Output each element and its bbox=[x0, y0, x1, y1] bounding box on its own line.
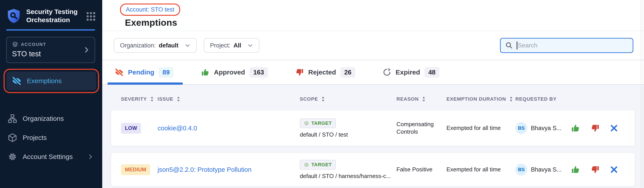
project-filter-value: All bbox=[234, 42, 241, 49]
sort-icon[interactable] bbox=[176, 96, 180, 102]
scope-type-badge: TARGET bbox=[300, 118, 336, 128]
breadcrumb[interactable]: Account: STO test bbox=[126, 6, 174, 13]
close-icon bbox=[610, 124, 618, 132]
requester-name: Bhavya S... bbox=[531, 125, 562, 132]
module-grid-icon[interactable] bbox=[85, 10, 96, 23]
column-header-severity: SEVERITY bbox=[121, 96, 158, 102]
tab-count-badge: 26 bbox=[340, 67, 355, 78]
reason-cell: False Positive bbox=[396, 166, 446, 173]
row-actions bbox=[570, 165, 635, 174]
column-header-exemption-duration: EXEMPTION DURATION bbox=[446, 96, 515, 102]
account-name: STO test bbox=[12, 50, 89, 58]
sort-icon[interactable] bbox=[509, 96, 513, 102]
sidebar: Security Testing Orchestration ACCOUNT S bbox=[0, 0, 102, 188]
cancel-button[interactable] bbox=[610, 124, 618, 132]
search-box bbox=[500, 38, 633, 53]
tab-pending[interactable]: Pending 89 bbox=[111, 60, 187, 84]
thumbs-up-icon bbox=[201, 68, 210, 77]
tab-count-badge: 163 bbox=[250, 67, 268, 78]
cancel-button[interactable] bbox=[610, 166, 618, 173]
scope-path: default / STO / test bbox=[300, 131, 348, 138]
chevron-down-icon bbox=[185, 43, 190, 48]
scope-type-badge: TARGET bbox=[300, 160, 336, 170]
reject-button[interactable] bbox=[591, 124, 600, 133]
tab-approved[interactable]: Approved 163 bbox=[198, 60, 282, 84]
app-logo-row: Security Testing Orchestration bbox=[0, 0, 102, 24]
chevron-down-icon bbox=[247, 43, 253, 48]
tab-label: Approved bbox=[214, 69, 245, 76]
tab-count-badge: 89 bbox=[159, 67, 173, 78]
exemptions-annotation-circle: Exemptions bbox=[4, 69, 99, 93]
thumbs-down-icon bbox=[591, 124, 600, 133]
avatar: BS bbox=[515, 122, 527, 134]
duration-cell: Exempted for all time bbox=[446, 166, 515, 173]
duration-cell: Exempted for all time bbox=[446, 124, 515, 132]
scrollbar-track[interactable] bbox=[640, 0, 644, 188]
reject-button[interactable] bbox=[591, 165, 600, 174]
issue-cell: json5@2.2.0: Prototype Pollution bbox=[158, 166, 300, 173]
row-actions bbox=[570, 124, 635, 133]
tab-count-badge: 48 bbox=[424, 67, 439, 78]
close-icon bbox=[610, 166, 618, 173]
approve-button[interactable] bbox=[571, 124, 580, 133]
chevron-right-icon bbox=[83, 47, 90, 53]
thumbs-up-icon bbox=[571, 124, 580, 133]
gear-icon bbox=[8, 152, 17, 162]
tab-expired[interactable]: Expired 48 bbox=[379, 60, 453, 84]
sidebar-item-label: Account Settings bbox=[23, 153, 73, 161]
sort-icon[interactable] bbox=[422, 96, 426, 102]
sort-icon[interactable] bbox=[321, 96, 325, 102]
organization-filter-label: Organization: bbox=[120, 42, 156, 49]
thumbs-down-icon bbox=[295, 68, 304, 77]
tabs-bar: Pending 89 Approved 163 Rejected 26 bbox=[102, 60, 644, 85]
sidebar-item-exemptions[interactable]: Exemptions bbox=[6, 72, 96, 90]
sort-icon[interactable] bbox=[150, 96, 154, 102]
app-title: Security Testing Orchestration bbox=[26, 7, 80, 24]
requester-name: Bhavya S... bbox=[531, 166, 562, 173]
approve-button[interactable] bbox=[571, 165, 580, 174]
sidebar-item-organizations[interactable]: Organizations bbox=[0, 109, 102, 128]
table-row[interactable]: MEDIUM json5@2.2.0: Prototype Pollution … bbox=[111, 153, 635, 186]
text-caret bbox=[517, 41, 517, 49]
issue-link[interactable]: json5@2.2.0: Prototype Pollution bbox=[158, 166, 252, 173]
project-filter-label: Project: bbox=[210, 42, 230, 49]
app-window: Security Testing Orchestration ACCOUNT S bbox=[0, 0, 644, 188]
eye-off-icon bbox=[12, 76, 22, 86]
severity-cell: MEDIUM bbox=[121, 164, 158, 175]
sidebar-item-projects[interactable]: Projects bbox=[0, 128, 102, 147]
tab-label: Expired bbox=[396, 69, 420, 76]
severity-cell: LOW bbox=[121, 123, 158, 134]
tab-label: Pending bbox=[128, 69, 154, 76]
table-row[interactable]: LOW cookie@0.4.0 TARGET default / STO / … bbox=[111, 110, 635, 146]
issue-link[interactable]: cookie@0.4.0 bbox=[158, 125, 197, 132]
column-header-requested-by: REQUESTED BY bbox=[515, 96, 570, 102]
issue-cell: cookie@0.4.0 bbox=[158, 125, 300, 132]
search-icon bbox=[505, 41, 513, 49]
filter-bar: Organization: default Project: All bbox=[102, 31, 644, 60]
page-title: Exemptions bbox=[125, 17, 644, 28]
search-input[interactable] bbox=[518, 42, 628, 49]
requested-by-cell: BS Bhavya S... bbox=[515, 122, 570, 134]
avatar: BS bbox=[515, 164, 527, 176]
project-filter-dropdown[interactable]: Project: All bbox=[204, 38, 259, 53]
thumbs-down-icon bbox=[591, 165, 600, 174]
logo-underline bbox=[6, 29, 95, 31]
breadcrumb-annotation-circle: Account: STO test bbox=[120, 3, 180, 16]
exemptions-table: SEVERITY ISSUE SCOPE REASON EXEMPTION DU… bbox=[102, 85, 644, 188]
thumbs-up-icon bbox=[571, 165, 580, 174]
reason-cell: Compensating Controls bbox=[396, 121, 446, 136]
sidebar-item-account-settings[interactable]: Account Settings bbox=[0, 147, 102, 166]
tab-label: Rejected bbox=[308, 69, 336, 76]
target-icon bbox=[304, 162, 309, 167]
sidebar-item-label: Exemptions bbox=[27, 77, 62, 85]
target-icon bbox=[304, 121, 309, 126]
sidebar-item-label: Organizations bbox=[23, 115, 64, 122]
table-header-row: SEVERITY ISSUE SCOPE REASON EXEMPTION DU… bbox=[111, 92, 635, 106]
account-scope-card[interactable]: ACCOUNT STO test bbox=[6, 37, 95, 63]
org-chart-icon bbox=[8, 114, 17, 123]
main-content: Account: STO test Exemptions Organizatio… bbox=[102, 0, 644, 188]
tab-rejected[interactable]: Rejected 26 bbox=[292, 60, 369, 84]
organization-filter-dropdown[interactable]: Organization: default bbox=[114, 38, 197, 53]
scope-cell: TARGET default / STO / test bbox=[300, 118, 396, 138]
column-header-scope: SCOPE bbox=[300, 96, 396, 102]
